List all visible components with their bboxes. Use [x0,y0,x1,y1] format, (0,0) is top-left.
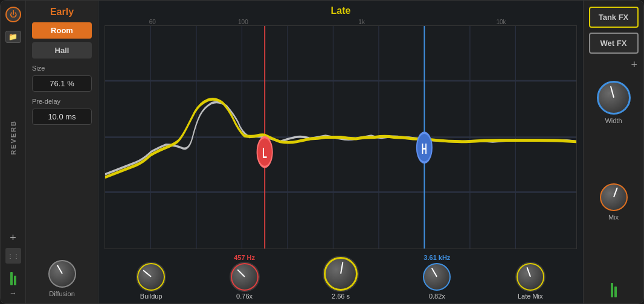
power-button[interactable]: ⏻ [5,7,21,22]
meter-bar-r1 [611,283,613,297]
mix-label: Mix [608,214,619,221]
meter-right [611,279,617,297]
high-x-value: 0.82x [429,293,445,300]
buildup-group: Buildup [137,263,165,300]
meter-bar-r2 [614,287,617,297]
grid-icon: ⋮⋮ [7,253,19,259]
eq-display[interactable]: L H [105,25,577,249]
predelay-value[interactable]: 10.0 ms [32,109,92,125]
low-x-group: 457 Hz 0.76x [231,254,259,300]
decay-group: 2.66 s [324,257,358,300]
width-indicator [610,86,614,98]
power-icon: ⏻ [10,11,17,18]
svg-text:H: H [422,140,427,157]
width-knob[interactable] [597,81,631,115]
high-freq-label: 3.61 kHz [423,254,450,261]
size-value[interactable]: 76.1 % [32,75,92,92]
grid-button[interactable]: ⋮⋮ [5,248,21,264]
knobs-row: Buildup 457 Hz 0.76x 2.66 s 3.61 kHz [98,249,583,303]
late-mix-indicator [526,267,531,277]
svg-text:L: L [262,144,267,161]
size-label: Size [32,65,92,72]
main-display: Late 60 100 1k 10k [98,1,583,303]
sidebar-bottom: + ⋮⋮ → [5,232,21,297]
high-x-knob[interactable] [423,263,451,291]
late-mix-knob[interactable] [517,263,544,291]
mix-knob-container: Mix [600,183,628,221]
high-x-group: 3.61 kHz 0.82x [423,254,451,300]
high-x-indicator [431,268,437,277]
right-sidebar: Tank FX Wet FX + Width Mix [583,1,643,303]
predelay-label: Pre-delay [32,98,92,105]
left-sidebar: ⏻ 📁 REVERB + ⋮⋮ → [1,1,26,303]
diffusion-knob[interactable] [48,260,76,288]
low-x-knob[interactable] [231,263,259,291]
folder-icon: 📁 [8,33,18,41]
add-button-left[interactable]: + [10,232,16,244]
late-mix-label: Late Mix [518,293,543,300]
buildup-knob[interactable] [137,263,165,291]
freq-1k: 1k [292,19,431,25]
decay-indicator [340,262,343,274]
mix-knob[interactable] [600,183,628,211]
diffusion-label: Diffusion [49,290,75,297]
late-title: Late [98,1,583,19]
arrow-button[interactable]: → [10,289,17,297]
eq-svg: L H [105,26,576,249]
add-button-right[interactable]: + [631,59,637,71]
low-x-indicator [237,269,245,277]
wet-fx-button[interactable]: Wet FX [589,33,639,54]
width-knob-container: Width [597,81,631,124]
early-title: Early [32,7,92,17]
diffusion-indicator [56,265,62,274]
mix-indicator [613,187,618,197]
hall-button[interactable]: Hall [32,42,92,59]
plugin-title: REVERB [10,120,17,155]
diffusion-knob-container: Diffusion [32,260,92,297]
folder-button[interactable]: 📁 [5,31,21,43]
freq-60: 60 [111,19,195,25]
freq-10k: 10k [431,19,571,25]
decay-knob[interactable] [324,257,358,291]
freq-100: 100 [195,19,292,25]
decay-value: 2.66 s [332,293,350,300]
low-x-value: 0.76x [236,293,253,300]
freq-labels: 60 100 1k 10k [98,19,583,25]
early-section: Early Room Hall Size 76.1 % Pre-delay 10… [26,1,98,303]
plugin-container: ⏻ 📁 REVERB + ⋮⋮ → Early Room Hall Size 7… [0,0,644,304]
width-label: Width [605,117,622,124]
meter-bar-2 [14,276,16,285]
low-freq-label: 457 Hz [234,254,255,261]
meter-bar-1 [10,272,13,285]
tank-fx-button[interactable]: Tank FX [589,7,639,28]
buildup-label: Buildup [140,293,163,300]
meter-left [10,267,16,285]
late-mix-group: Late Mix [517,263,544,300]
buildup-indicator [143,270,152,277]
room-button[interactable]: Room [32,22,92,39]
